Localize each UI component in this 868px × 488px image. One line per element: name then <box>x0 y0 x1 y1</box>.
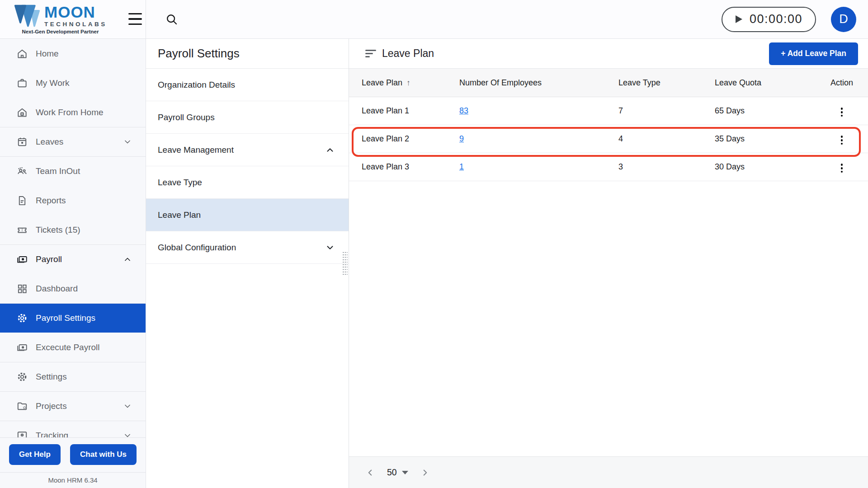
column-header-number-of-employees[interactable]: Number Of Employees <box>459 78 618 88</box>
panel-item-payroll-groups[interactable]: Payroll Groups <box>146 101 349 134</box>
gear-icon <box>16 312 28 324</box>
panel-item-leave-type[interactable]: Leave Type <box>146 166 349 199</box>
panel-item-leave-management[interactable]: Leave Management <box>146 134 349 166</box>
report-icon <box>16 195 28 206</box>
table-row[interactable]: Leave Plan 1 83 7 65 Days <box>349 97 868 125</box>
panel-item-organization-details[interactable]: Organization Details <box>146 69 349 101</box>
sidebar-item-label: Payroll <box>36 254 62 264</box>
chevron-up-icon <box>123 255 132 264</box>
chevron-down-icon <box>123 402 132 411</box>
sidebar-item-label: Dashboard <box>36 284 78 294</box>
sidebar-item-label: Team InOut <box>36 166 80 176</box>
row-actions-kebab-icon[interactable] <box>836 133 847 147</box>
chat-with-us-button[interactable]: Chat with Us <box>70 444 137 465</box>
home-work-icon <box>16 107 28 118</box>
employees-count-link[interactable]: 9 <box>459 134 464 143</box>
sidebar-item-tickets[interactable]: Tickets (15) <box>0 215 146 244</box>
cash-icon <box>16 253 28 265</box>
page-size-select[interactable]: 50 <box>387 467 408 478</box>
sidebar-item-reports[interactable]: Reports <box>0 186 146 215</box>
ticket-icon <box>16 224 28 236</box>
chevron-up-icon <box>325 145 335 155</box>
page-title: Leave Plan <box>382 47 434 60</box>
sidebar-item-excecute-payroll[interactable]: Excecute Payroll <box>0 333 146 362</box>
app-version: Moon HRM 6.34 <box>0 472 146 488</box>
column-header-action: Action <box>826 78 858 88</box>
panel-title: Payroll Settings <box>146 39 349 69</box>
previous-page-icon[interactable] <box>365 468 375 478</box>
play-icon <box>735 15 743 23</box>
sidebar-item-label: Reports <box>36 196 66 206</box>
time-tracker[interactable]: 00:00:00 <box>722 7 816 32</box>
column-header-leave-type[interactable]: Leave Type <box>618 78 715 88</box>
leave-plan-name: Leave Plan 1 <box>362 106 459 116</box>
panel-item-label: Global Configuration <box>158 243 236 253</box>
dashboard-icon <box>16 283 28 295</box>
table-header-row: Leave Plan ↑ Number Of Employees Leave T… <box>349 69 868 97</box>
leave-type-count: 3 <box>618 162 715 172</box>
calendar-icon <box>16 136 28 148</box>
sidebar-item-label: Tickets (15) <box>36 225 80 235</box>
panel-item-label: Organization Details <box>158 80 235 90</box>
leave-quota: 35 Days <box>715 134 826 144</box>
get-help-button[interactable]: Get Help <box>9 444 61 465</box>
column-header-leave-quota[interactable]: Leave Quota <box>715 78 826 88</box>
sidebar-item-home[interactable]: Home <box>0 39 146 68</box>
sidebar-item-my-work[interactable]: My Work <box>0 68 146 98</box>
next-page-icon[interactable] <box>420 468 430 478</box>
panel-item-leave-plan[interactable]: Leave Plan <box>146 199 349 231</box>
leave-type-count: 7 <box>618 106 715 116</box>
sort-ascending-icon: ↑ <box>406 78 410 88</box>
logo-title: MOON <box>44 4 107 20</box>
sidebar-item-label: Leaves <box>36 137 63 147</box>
panel-item-label: Leave Type <box>158 178 202 188</box>
table-row[interactable]: Leave Plan 2 9 4 35 Days <box>349 125 868 153</box>
people-icon <box>16 165 28 177</box>
user-avatar[interactable]: D <box>831 7 856 32</box>
panel-item-label: Leave Plan <box>158 210 201 220</box>
sidebar-item-work-from-home[interactable]: Work From Home <box>0 98 146 127</box>
row-actions-kebab-icon[interactable] <box>836 105 847 119</box>
leave-type-count: 4 <box>618 134 715 144</box>
add-leave-plan-button[interactable]: + Add Leave Plan <box>769 42 858 65</box>
folder-gear-icon <box>16 400 28 412</box>
employees-count-link[interactable]: 83 <box>459 106 468 115</box>
payroll-settings-panel: Payroll Settings Organization Details Pa… <box>146 39 349 488</box>
app-logo: MOON TECHNOLABS Next-Gen Development Par… <box>14 4 107 35</box>
sidebar-item-settings[interactable]: Settings <box>0 362 146 391</box>
leave-plan-name: Leave Plan 3 <box>362 162 459 172</box>
sidebar-item-label: Excecute Payroll <box>36 343 100 352</box>
leave-plan-content: Leave Plan + Add Leave Plan Leave Plan ↑… <box>349 39 868 488</box>
chevron-down-icon <box>123 137 132 146</box>
sidebar-item-dashboard[interactable]: Dashboard <box>0 274 146 303</box>
employees-count-link[interactable]: 1 <box>459 162 464 171</box>
hamburger-menu-icon[interactable] <box>128 13 142 25</box>
gear-icon <box>16 371 28 383</box>
sidebar-footer: Get Help Chat with Us Moon HRM 6.34 <box>0 437 146 488</box>
sidebar-item-payroll[interactable]: Payroll <box>0 244 146 274</box>
cash-icon <box>16 342 28 353</box>
leave-plan-name: Leave Plan 2 <box>362 134 459 144</box>
page-size-value: 50 <box>387 467 397 478</box>
column-header-leave-plan[interactable]: Leave Plan ↑ <box>362 78 459 88</box>
panel-resize-handle[interactable] <box>342 251 348 275</box>
leave-quota: 65 Days <box>715 106 826 116</box>
filter-list-icon[interactable] <box>365 50 376 57</box>
sidebar-item-projects[interactable]: Projects <box>0 391 146 421</box>
topbar: MOON TECHNOLABS Next-Gen Development Par… <box>0 0 868 39</box>
row-actions-kebab-icon[interactable] <box>836 161 847 175</box>
panel-item-global-configuration[interactable]: Global Configuration <box>146 231 349 264</box>
sidebar-item-team-inout[interactable]: Team InOut <box>0 156 146 186</box>
leave-quota: 30 Days <box>715 162 826 172</box>
caret-down-icon <box>402 471 408 474</box>
sidebar-item-leaves[interactable]: Leaves <box>0 127 146 156</box>
sidebar-item-label: Settings <box>36 372 67 382</box>
sidebar-item-label: Projects <box>36 401 67 411</box>
sidebar-item-payroll-settings[interactable]: Payroll Settings <box>0 303 146 333</box>
logo-subtitle: TECHNOLABS <box>44 21 107 28</box>
topbar-left: MOON TECHNOLABS Next-Gen Development Par… <box>0 0 146 38</box>
pagination-bar: 50 <box>349 456 868 488</box>
timer-value: 00:00:00 <box>750 12 802 26</box>
search-icon[interactable] <box>165 13 179 26</box>
table-row[interactable]: Leave Plan 3 1 3 30 Days <box>349 153 868 181</box>
